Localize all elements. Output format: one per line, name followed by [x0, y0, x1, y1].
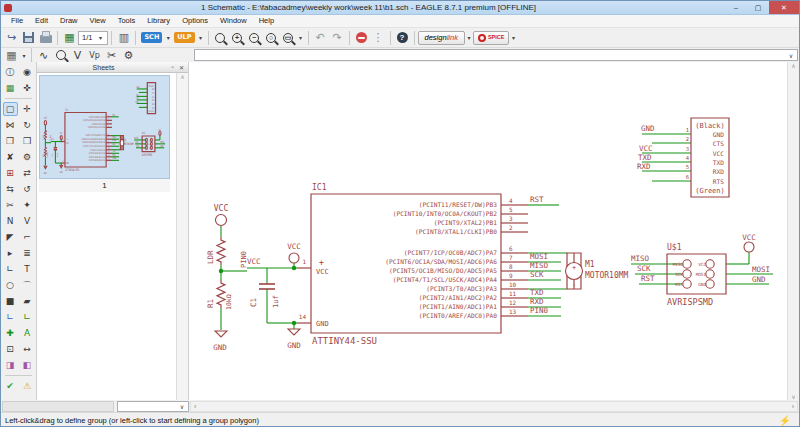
change-tool[interactable]: ⚙ — [20, 150, 35, 164]
schematic-text[interactable]: 9 — [509, 272, 513, 279]
mark-tool[interactable]: ✜ — [20, 81, 35, 95]
resistor-symbol[interactable] — [217, 280, 225, 308]
options-dots-button[interactable]: ⋮ — [370, 29, 387, 46]
menu-view[interactable]: View — [84, 15, 112, 27]
schematic-text[interactable]: (PCINT6/OC1A/SDA/MOSI/ADC6)PA6 — [385, 258, 497, 265]
run-ulp-button[interactable]: ULP — [172, 29, 196, 46]
arc-tool[interactable]: ⌒ — [20, 278, 35, 292]
sheets-panel-header[interactable]: Sheets ▫ ✕ — [37, 62, 188, 73]
schematic-text[interactable]: 3 — [509, 215, 513, 222]
schematic-text[interactable]: VCC — [51, 137, 54, 141]
schematic-text[interactable]: 6 — [686, 174, 689, 180]
dropdown-arrow-icon[interactable]: ▾ — [20, 52, 28, 59]
cut-tool[interactable]: ✂ — [3, 198, 18, 212]
zoom-in-button[interactable]: + — [229, 29, 246, 46]
schematic-text[interactable]: M1 — [585, 260, 595, 269]
schematic-text[interactable]: GND — [316, 320, 329, 328]
schematic-text[interactable]: TXD — [530, 288, 544, 297]
schematic-text[interactable]: GND — [161, 145, 164, 149]
menu-library[interactable]: Library — [141, 15, 176, 27]
schematic-text[interactable]: VCC — [44, 117, 47, 121]
schematic-text[interactable]: 4 — [146, 97, 147, 99]
schematic-text[interactable]: MISO — [673, 262, 684, 267]
symbol-circle[interactable] — [146, 138, 148, 141]
schematic-text[interactable]: (PCINT0/AREF/ADC0)PA0 — [419, 312, 498, 319]
schematic-text[interactable]: RXD — [530, 297, 544, 306]
schematic-text[interactable]: + — [572, 264, 576, 272]
menu-window[interactable]: Window — [214, 15, 253, 27]
symbol-circle[interactable] — [744, 242, 754, 252]
panel-float-icon[interactable]: ▫ — [168, 64, 177, 70]
schematic-text[interactable]: (Green) — [148, 110, 154, 114]
erc-button[interactable]: ✔ — [3, 379, 18, 393]
resistor-symbol[interactable] — [217, 237, 225, 265]
move-tool[interactable]: ✛ — [20, 102, 35, 116]
chevron-down-icon[interactable]: ∨ — [178, 403, 186, 410]
schematic-text[interactable]: C1 — [52, 153, 54, 157]
schematic-text[interactable]: (PCINT5/OC1B/MISO/DO/ADC5)PA5 — [389, 267, 497, 274]
bus-tool[interactable]: ∟ — [3, 310, 18, 324]
schematic-text[interactable]: R1 — [42, 153, 44, 157]
schematic-text[interactable]: RST — [675, 282, 683, 287]
library-manager-button[interactable]: ▥ — [115, 29, 132, 46]
net-tool[interactable]: ∟ — [20, 310, 35, 324]
schematic-text[interactable]: (PCINT11/RESET/DW)PB3 — [419, 201, 498, 208]
schematic-text[interactable]: VCC — [158, 128, 161, 132]
schematic-text[interactable]: SCK — [112, 143, 115, 147]
schematic-text[interactable]: 6 — [509, 245, 513, 252]
save-button[interactable] — [20, 29, 37, 46]
command-line-input[interactable]: ∨ — [194, 49, 798, 61]
schematic-text[interactable]: (PCINT8/XTAL1/CLKI)PB0 — [88, 126, 106, 130]
spice-button[interactable]: SPICE — [473, 31, 510, 45]
schematic-text[interactable]: RXD — [136, 100, 139, 104]
schematic-text[interactable]: 13 — [509, 308, 517, 315]
schematic-text[interactable]: (PCINT7/ICP/OC0B/ADC7)PA7 — [404, 249, 497, 256]
schematic-text[interactable]: - — [572, 281, 576, 289]
miter-tool[interactable]: ◤ — [3, 230, 18, 244]
zoom-select-button[interactable]: ▭ — [280, 29, 297, 46]
schematic-text[interactable]: VCC — [698, 262, 706, 267]
schematic-text[interactable]: MOSI — [161, 141, 165, 145]
open-button[interactable]: ↪ — [3, 29, 20, 46]
schematic-text[interactable]: GND — [44, 171, 47, 175]
technology-tool[interactable]: ≣ — [20, 246, 35, 260]
symbol-circle[interactable] — [146, 146, 148, 149]
schematic-text[interactable]: M1 — [124, 139, 126, 143]
symbol-circle[interactable] — [146, 142, 148, 145]
group-tool[interactable]: ▢ — [3, 102, 18, 116]
label-tool[interactable]: A — [20, 326, 35, 340]
schematic-text[interactable]: RTS — [713, 178, 724, 185]
schematic-text[interactable]: 12 — [108, 154, 110, 156]
schematic-text[interactable]: LDR — [42, 134, 44, 140]
designlink-button[interactable]: designlink — [418, 31, 465, 45]
schematic-text[interactable]: (PCINT3/T0/ADC3)PA3 — [426, 285, 497, 292]
symbol-circle[interactable] — [289, 253, 299, 263]
smash-tool[interactable]: ✦ — [20, 198, 35, 212]
schematic-text[interactable]: 8 — [509, 263, 513, 270]
schematic-text[interactable]: C1 — [249, 298, 258, 307]
invoke-tool[interactable]: ▸ — [3, 246, 18, 260]
dropdown-arrow-icon[interactable]: ▾ — [465, 34, 473, 41]
sheet-selector[interactable]: 1/1▾ — [78, 31, 108, 45]
scroll-up-icon[interactable]: ∧ — [177, 73, 188, 80]
schematic-text[interactable]: R1 — [206, 299, 215, 308]
schematic-text[interactable]: 1uf — [272, 295, 280, 308]
schematic-text[interactable]: (PCINT8/XTAL1/CLKI)PB0 — [415, 228, 497, 235]
schematic-text[interactable]: 3 — [686, 146, 689, 152]
value-tool[interactable]: V — [20, 214, 35, 228]
schematic-text[interactable]: RST — [112, 113, 115, 117]
schematic-text[interactable]: 10 — [509, 281, 517, 288]
sim-settings-button[interactable]: ⚙ — [120, 49, 137, 62]
name-tool[interactable]: N — [3, 214, 18, 228]
minimize-button[interactable]: – — [725, 1, 747, 14]
schematic-text[interactable]: RST — [641, 274, 655, 283]
schematic-text[interactable]: GND — [641, 124, 655, 133]
schematic-text[interactable]: RST — [136, 144, 139, 148]
scroll-down-icon[interactable]: ∨ — [788, 393, 799, 400]
schematic-text[interactable]: 1 — [63, 137, 64, 139]
symbol-circle[interactable] — [683, 260, 691, 268]
schematic-text[interactable]: VCC — [639, 144, 653, 153]
stop-button[interactable] — [353, 29, 370, 46]
schematic-text[interactable]: SCK — [136, 140, 139, 144]
wire-tool[interactable]: ∟ — [3, 262, 18, 276]
